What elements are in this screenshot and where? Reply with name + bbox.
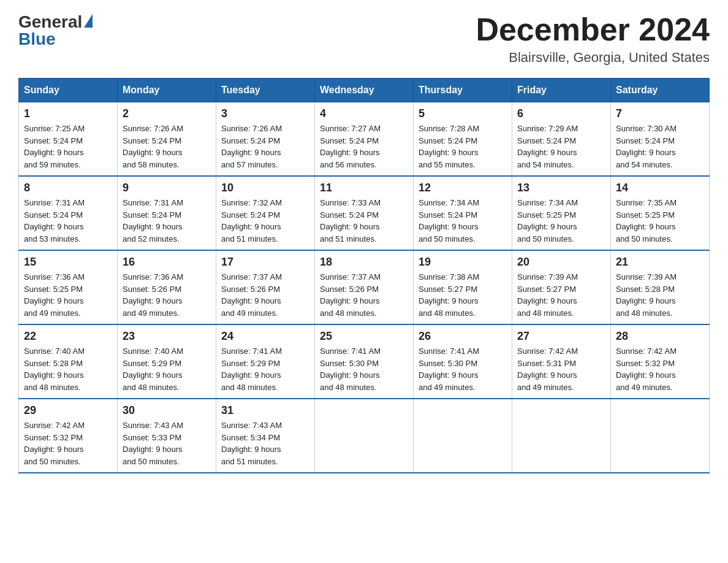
day-cell: 7Sunrise: 7:30 AMSunset: 5:24 PMDaylight… — [611, 102, 710, 177]
day-info: Sunrise: 7:28 AMSunset: 5:24 PMDaylight:… — [419, 123, 507, 170]
day-cell: 16Sunrise: 7:36 AMSunset: 5:26 PMDayligh… — [118, 250, 216, 324]
day-info: Sunrise: 7:30 AMSunset: 5:24 PMDaylight:… — [616, 123, 704, 170]
day-cell: 13Sunrise: 7:34 AMSunset: 5:25 PMDayligh… — [512, 176, 611, 250]
month-year-title: December 2024 — [476, 12, 710, 47]
day-info: Sunrise: 7:40 AMSunset: 5:28 PMDaylight:… — [24, 345, 112, 393]
day-info: Sunrise: 7:41 AMSunset: 5:30 PMDaylight:… — [419, 345, 507, 393]
day-number: 16 — [123, 256, 211, 269]
logo-triangle-icon — [84, 14, 93, 28]
day-info: Sunrise: 7:37 AMSunset: 5:26 PMDaylight:… — [221, 271, 309, 319]
day-number: 11 — [320, 182, 408, 194]
day-number: 22 — [24, 330, 112, 343]
day-number: 9 — [123, 182, 211, 194]
day-info: Sunrise: 7:31 AMSunset: 5:24 PMDaylight:… — [24, 197, 112, 245]
calendar-header: SundayMondayTuesdayWednesdayThursdayFrid… — [19, 79, 710, 102]
day-number: 7 — [616, 107, 704, 120]
day-info: Sunrise: 7:40 AMSunset: 5:29 PMDaylight:… — [123, 345, 211, 393]
header-day-friday: Friday — [512, 79, 611, 102]
day-info: Sunrise: 7:43 AMSunset: 5:34 PMDaylight:… — [221, 419, 309, 467]
day-number: 28 — [616, 330, 704, 343]
day-number: 1 — [24, 107, 112, 120]
day-cell — [512, 399, 611, 473]
day-info: Sunrise: 7:43 AMSunset: 5:33 PMDaylight:… — [123, 419, 211, 467]
day-info: Sunrise: 7:34 AMSunset: 5:24 PMDaylight:… — [419, 197, 507, 245]
day-cell: 12Sunrise: 7:34 AMSunset: 5:24 PMDayligh… — [414, 176, 512, 250]
day-number: 23 — [123, 330, 211, 343]
day-number: 18 — [320, 256, 408, 269]
day-cell: 20Sunrise: 7:39 AMSunset: 5:27 PMDayligh… — [512, 250, 611, 324]
day-info: Sunrise: 7:35 AMSunset: 5:25 PMDaylight:… — [616, 197, 704, 245]
day-cell: 26Sunrise: 7:41 AMSunset: 5:30 PMDayligh… — [414, 324, 512, 399]
day-cell — [315, 399, 414, 473]
day-number: 27 — [517, 330, 605, 343]
day-info: Sunrise: 7:26 AMSunset: 5:24 PMDaylight:… — [221, 123, 309, 170]
day-cell: 11Sunrise: 7:33 AMSunset: 5:24 PMDayligh… — [315, 176, 414, 250]
location-subtitle: Blairsville, Georgia, United States — [476, 50, 710, 66]
day-cell: 8Sunrise: 7:31 AMSunset: 5:24 PMDaylight… — [19, 176, 118, 250]
header-day-tuesday: Tuesday — [216, 79, 315, 102]
week-row-3: 15Sunrise: 7:36 AMSunset: 5:25 PMDayligh… — [19, 250, 710, 324]
day-number: 30 — [123, 404, 211, 417]
header-row: SundayMondayTuesdayWednesdayThursdayFrid… — [19, 79, 710, 102]
calendar-body: 1Sunrise: 7:25 AMSunset: 5:24 PMDaylight… — [19, 102, 710, 473]
week-row-5: 29Sunrise: 7:42 AMSunset: 5:32 PMDayligh… — [19, 399, 710, 473]
day-info: Sunrise: 7:27 AMSunset: 5:24 PMDaylight:… — [320, 123, 408, 170]
header-day-wednesday: Wednesday — [315, 79, 414, 102]
day-number: 31 — [221, 404, 309, 417]
day-number: 6 — [517, 107, 605, 120]
day-info: Sunrise: 7:42 AMSunset: 5:32 PMDaylight:… — [616, 345, 704, 393]
header-day-sunday: Sunday — [19, 79, 118, 102]
day-number: 4 — [320, 107, 408, 120]
day-number: 21 — [616, 256, 704, 269]
day-number: 25 — [320, 330, 408, 343]
day-number: 3 — [221, 107, 309, 120]
day-info: Sunrise: 7:41 AMSunset: 5:30 PMDaylight:… — [320, 345, 408, 393]
day-info: Sunrise: 7:34 AMSunset: 5:25 PMDaylight:… — [517, 197, 605, 245]
day-info: Sunrise: 7:36 AMSunset: 5:26 PMDaylight:… — [123, 271, 211, 319]
day-cell: 1Sunrise: 7:25 AMSunset: 5:24 PMDaylight… — [19, 102, 118, 177]
day-cell: 24Sunrise: 7:41 AMSunset: 5:29 PMDayligh… — [216, 324, 315, 399]
header-day-saturday: Saturday — [611, 79, 710, 102]
day-cell: 14Sunrise: 7:35 AMSunset: 5:25 PMDayligh… — [611, 176, 710, 250]
day-number: 8 — [24, 182, 112, 194]
day-cell — [611, 399, 710, 473]
day-cell: 17Sunrise: 7:37 AMSunset: 5:26 PMDayligh… — [216, 250, 315, 324]
day-info: Sunrise: 7:41 AMSunset: 5:29 PMDaylight:… — [221, 345, 309, 393]
day-cell: 31Sunrise: 7:43 AMSunset: 5:34 PMDayligh… — [216, 399, 315, 473]
day-cell: 9Sunrise: 7:31 AMSunset: 5:24 PMDaylight… — [118, 176, 216, 250]
day-cell: 4Sunrise: 7:27 AMSunset: 5:24 PMDaylight… — [315, 102, 414, 177]
week-row-1: 1Sunrise: 7:25 AMSunset: 5:24 PMDaylight… — [19, 102, 710, 177]
week-row-2: 8Sunrise: 7:31 AMSunset: 5:24 PMDaylight… — [19, 176, 710, 250]
header-day-thursday: Thursday — [414, 79, 512, 102]
day-number: 26 — [419, 330, 507, 343]
day-info: Sunrise: 7:33 AMSunset: 5:24 PMDaylight:… — [320, 197, 408, 245]
day-info: Sunrise: 7:31 AMSunset: 5:24 PMDaylight:… — [123, 197, 211, 245]
day-info: Sunrise: 7:37 AMSunset: 5:26 PMDaylight:… — [320, 271, 408, 319]
day-number: 17 — [221, 256, 309, 269]
day-number: 19 — [419, 256, 507, 269]
day-cell — [414, 399, 512, 473]
day-number: 20 — [517, 256, 605, 269]
day-info: Sunrise: 7:39 AMSunset: 5:27 PMDaylight:… — [517, 271, 605, 319]
day-number: 24 — [221, 330, 309, 343]
day-number: 5 — [419, 107, 507, 120]
day-info: Sunrise: 7:39 AMSunset: 5:28 PMDaylight:… — [616, 271, 704, 319]
day-cell: 28Sunrise: 7:42 AMSunset: 5:32 PMDayligh… — [611, 324, 710, 399]
logo-blue: Blue — [18, 29, 56, 49]
calendar-table: SundayMondayTuesdayWednesdayThursdayFrid… — [18, 78, 710, 473]
logo: General Blue — [18, 12, 93, 49]
day-cell: 10Sunrise: 7:32 AMSunset: 5:24 PMDayligh… — [216, 176, 315, 250]
day-cell: 22Sunrise: 7:40 AMSunset: 5:28 PMDayligh… — [19, 324, 118, 399]
day-number: 14 — [616, 182, 704, 194]
day-cell: 30Sunrise: 7:43 AMSunset: 5:33 PMDayligh… — [118, 399, 216, 473]
day-cell: 6Sunrise: 7:29 AMSunset: 5:24 PMDaylight… — [512, 102, 611, 177]
day-cell: 21Sunrise: 7:39 AMSunset: 5:28 PMDayligh… — [611, 250, 710, 324]
day-cell: 19Sunrise: 7:38 AMSunset: 5:27 PMDayligh… — [414, 250, 512, 324]
title-block: December 2024 Blairsville, Georgia, Unit… — [476, 12, 710, 66]
day-number: 10 — [221, 182, 309, 194]
day-info: Sunrise: 7:25 AMSunset: 5:24 PMDaylight:… — [24, 123, 112, 170]
day-cell: 15Sunrise: 7:36 AMSunset: 5:25 PMDayligh… — [19, 250, 118, 324]
day-cell: 3Sunrise: 7:26 AMSunset: 5:24 PMDaylight… — [216, 102, 315, 177]
day-number: 15 — [24, 256, 112, 269]
day-number: 29 — [24, 404, 112, 417]
